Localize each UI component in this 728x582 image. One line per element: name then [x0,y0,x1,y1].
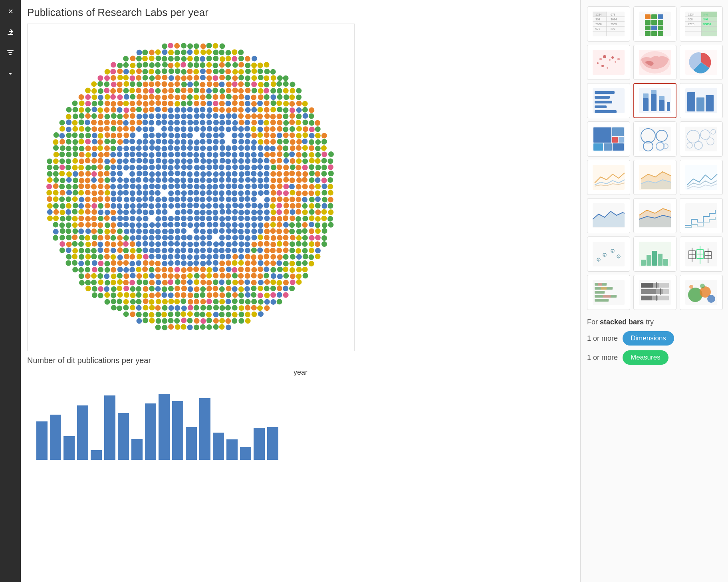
bar-item [77,405,88,460]
svg-text:678: 678 [611,13,615,16]
svg-rect-56 [595,91,615,94]
svg-rect-27 [658,31,663,36]
chart-thumb-world-map[interactable] [633,45,676,80]
svg-rect-75 [612,127,624,136]
svg-rect-115 [641,260,646,266]
chart-thumb-circle-pack[interactable] [633,121,676,157]
svg-rect-57 [595,96,610,99]
svg-text:368: 368 [595,18,600,21]
svg-point-156 [700,284,705,288]
dim-label: 1 or more [587,334,618,343]
svg-rect-105 [593,242,625,266]
svg-text:2620: 2620 [595,23,602,26]
chart-thumb-text[interactable] [587,83,630,118]
bar-item [240,447,251,460]
chart-thumb-scatter-plus[interactable]: + + + + [587,236,630,272]
chart-thumb-line[interactable] [680,160,723,195]
svg-text:971: 971 [595,28,600,30]
chart-thumb-bullet[interactable] [633,275,676,310]
chart-thumb-area-overlap[interactable] [633,198,676,233]
measures-badge[interactable]: Measures [623,350,668,365]
svg-rect-64 [651,94,657,111]
export-button[interactable] [3,25,18,39]
svg-rect-59 [595,105,607,108]
circle-visualization [35,32,347,343]
bar-item [91,450,102,460]
svg-rect-74 [593,127,611,143]
svg-text:340: 340 [703,18,708,21]
svg-rect-118 [658,254,663,266]
svg-rect-23 [651,26,657,30]
svg-text:3034: 3034 [611,18,617,21]
chart-thumb-pie[interactable] [680,45,723,80]
svg-text:53890: 53890 [703,23,711,26]
close-button[interactable]: ✕ [3,4,18,18]
chart-thumb-gantt[interactable] [587,275,630,310]
bar-item [63,436,75,460]
chart-thumb-filled-area[interactable] [633,160,676,195]
svg-text:368: 368 [688,18,693,21]
svg-rect-134 [601,287,607,290]
bar-item [199,398,210,460]
chart-thumb-dot-map[interactable] [587,45,630,80]
expand-button[interactable] [3,66,18,81]
svg-rect-38 [701,12,717,17]
chart-type-grid: 1234 678 368 3034 2620 2559 971 322 [587,6,722,310]
chart-thumb-highlight-table[interactable]: 546 340 53890 1234 368 2620 [680,6,723,42]
chart-thumb-packed-bubble[interactable] [680,121,723,157]
svg-rect-21 [658,20,663,25]
measures-row: 1 or more Measures [587,350,722,365]
svg-rect-24 [658,26,663,30]
svg-rect-72 [706,95,714,111]
svg-rect-60 [595,110,617,113]
chart-thumb-bar[interactable] [680,83,723,118]
right-panel: 1234 678 368 3034 2620 2559 971 322 [580,0,728,582]
svg-point-45 [609,59,611,61]
svg-text:+: + [597,258,599,262]
svg-rect-70 [687,92,695,111]
svg-rect-17 [651,14,657,19]
chart-thumb-treemap[interactable] [587,121,630,157]
svg-rect-119 [663,259,668,266]
chart-thumb-stacked-bar[interactable] [633,83,676,118]
svg-point-44 [603,55,606,58]
svg-rect-26 [651,31,657,36]
svg-rect-79 [604,143,612,151]
bar-item [145,403,156,460]
chart-thumb-area-line[interactable] [587,160,630,195]
svg-rect-87 [685,127,717,151]
svg-point-48 [601,65,604,67]
chart-thumb-mountain[interactable] [587,198,630,233]
svg-rect-138 [595,299,609,302]
svg-rect-104 [685,203,717,228]
chart-thumb-histogram[interactable] [633,236,676,272]
bar-item [159,394,170,460]
svg-rect-58 [595,101,612,103]
bar-item [36,421,48,460]
svg-rect-42 [593,50,625,75]
svg-rect-63 [643,93,649,98]
svg-point-49 [607,67,608,69]
svg-rect-14 [593,12,606,17]
chart-thumb-bubble[interactable] [680,275,723,310]
chart-thumb-box-plot[interactable] [680,236,723,272]
svg-rect-22 [645,26,651,30]
svg-rect-71 [696,97,704,111]
hint-text: For stacked bars try [587,318,722,326]
svg-text:+: + [611,250,613,253]
dimensions-badge[interactable]: Dimensions [623,331,674,346]
bar-item [267,427,278,460]
bar-item [213,433,224,460]
filter-button[interactable] [3,46,18,60]
toolbar: ✕ [0,0,21,582]
svg-rect-132 [598,283,602,286]
chart-subtitle: Number of dit publications per year [27,356,574,365]
svg-rect-77 [619,137,624,143]
svg-text:+: + [603,254,605,257]
chart-thumb-table[interactable]: 1234 678 368 3034 2620 2559 971 322 [587,6,630,42]
svg-rect-67 [659,96,665,100]
svg-point-51 [617,58,620,60]
chart-thumb-step-line[interactable] [680,198,723,233]
bar-item [131,439,143,460]
chart-thumb-cross-table[interactable] [633,6,676,42]
